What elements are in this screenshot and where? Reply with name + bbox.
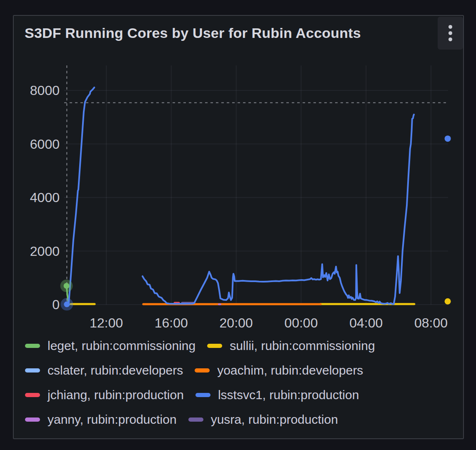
legend-swatch-icon xyxy=(25,393,40,397)
legend-label: sullii, rubin:commissioning xyxy=(230,339,375,353)
legend-label: yanny, rubin:production xyxy=(48,412,177,427)
series-line xyxy=(143,115,414,304)
legend-item[interactable]: cslater, rubin:developers xyxy=(25,363,183,378)
x-axis-tick-label: 04:00 xyxy=(349,315,383,330)
legend-item[interactable]: yusra, rubin:production xyxy=(188,412,338,427)
series-point-dot xyxy=(445,135,451,142)
y-axis-tick-label: 6000 xyxy=(30,137,60,152)
legend-item[interactable]: jchiang, rubin:production xyxy=(25,388,184,402)
x-axis-tick-label: 16:00 xyxy=(155,315,188,330)
hover-point xyxy=(64,283,70,289)
legend-swatch-icon xyxy=(188,418,203,422)
legend-label: jchiang, rubin:production xyxy=(48,388,184,402)
y-axis-tick-label: 4000 xyxy=(30,190,60,205)
x-axis-tick-label: 00:00 xyxy=(284,315,318,330)
grafana-panel: S3DF Running Cores by User for Rubin Acc… xyxy=(13,15,464,439)
legend-swatch-icon xyxy=(195,368,210,372)
legend-swatch-icon xyxy=(25,418,40,422)
x-axis-tick-label: 20:00 xyxy=(220,315,253,330)
legend-swatch-icon xyxy=(25,368,40,372)
legend-label: leget, rubin:commissioning xyxy=(48,339,195,353)
hover-point xyxy=(64,301,70,307)
legend-label: lsstsvc1, rubin:production xyxy=(218,388,359,402)
legend-item[interactable]: lsstsvc1, rubin:production xyxy=(195,388,359,402)
y-axis-tick-label: 2000 xyxy=(30,244,60,259)
legend-swatch-icon xyxy=(25,344,40,348)
legend-item[interactable]: sullii, rubin:commissioning xyxy=(207,338,375,353)
y-axis-tick-label: 8000 xyxy=(30,83,60,98)
x-axis-tick-label: 12:00 xyxy=(90,315,123,330)
legend-swatch-icon xyxy=(207,344,222,348)
chart-svg: 0200040006000800012:0016:0020:0000:0004:… xyxy=(14,16,465,332)
legend-item[interactable]: yoachim, rubin:developers xyxy=(195,363,363,378)
legend-label: yusra, rubin:production xyxy=(211,412,338,427)
legend-swatch-icon xyxy=(195,393,210,397)
series-point-dot xyxy=(445,298,451,305)
legend: leget, rubin:commissioningsullii, rubin:… xyxy=(25,338,454,427)
chart-area[interactable]: 0200040006000800012:0016:0020:0000:0004:… xyxy=(14,16,465,332)
x-axis-tick-label: 08:00 xyxy=(414,315,448,330)
legend-label: cslater, rubin:developers xyxy=(48,363,183,378)
legend-item[interactable]: yanny, rubin:production xyxy=(25,412,177,427)
y-axis-tick-label: 0 xyxy=(52,297,60,312)
series-line xyxy=(67,88,94,305)
legend-item[interactable]: leget, rubin:commissioning xyxy=(25,338,195,353)
legend-label: yoachim, rubin:developers xyxy=(217,363,363,378)
